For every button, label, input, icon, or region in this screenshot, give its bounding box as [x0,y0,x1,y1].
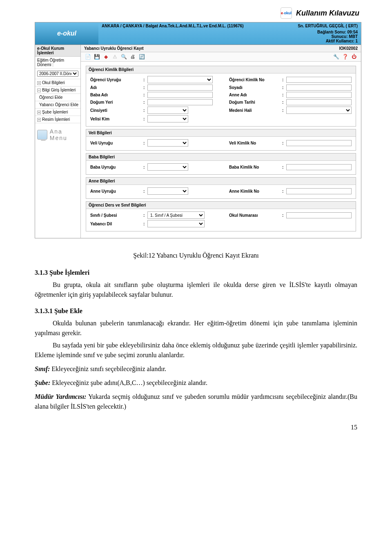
lbl-baba-uyruk: Baba Uyruğu [90,165,143,169]
save-icon[interactable]: 💾 [93,53,100,60]
sidebar-item-okul[interactable]: +Okul Bilgileri [35,79,80,87]
input-dogum-tarihi[interactable] [286,99,352,105]
input-anne-kimlikno[interactable] [286,188,352,194]
lbl-velisi-kim: Velisi Kim [90,117,143,121]
period-select[interactable]: 2006-2007 II.Dönem [37,71,78,77]
sidebar-item-sube[interactable]: +Şube İşlemleri [35,109,80,116]
fieldset-anne: Anne Bilgileri Anne Uyruğu: Anne Kimlik … [86,177,356,199]
fieldset-veli: Veli Bilgileri Veli Uyruğu: Veli Kimlik … [86,129,356,151]
select-anne-uyruk[interactable] [147,187,188,195]
heading-313: 3.1.3 Şube İşlemleri [35,268,357,278]
para-313: Bu grupta, okula ait sınıfların şube olu… [35,280,357,300]
banner-userinfo: Sn. ERTUĞRUL GEÇGİL ( ERT) Bağlantı Sonu… [294,22,361,44]
input-ogrenci-kimlikno[interactable] [286,77,352,83]
select-veli-uyruk[interactable] [147,139,188,147]
ana-menu-link[interactable]: Ana Menu [35,123,80,146]
input-okul-no[interactable] [286,212,352,218]
lbl-dogum-tarihi: Doğum Tarihi [229,100,282,105]
lbl-veli-kimlikno: Veli Kimlik No [229,141,282,145]
select-yabanci-dil[interactable] [147,220,205,227]
lbl-medeni: Medeni Hali [229,108,282,113]
select-cinsiyeti[interactable] [147,107,188,114]
page-title: Yabancı Uyruklu Öğrenci Kayıt [84,46,144,51]
input-soyadi[interactable] [286,85,352,91]
search-icon[interactable]: 🔍 [120,53,127,60]
warn-icon[interactable]: ⚠ [111,53,118,60]
fieldset-baba: Baba Bilgileri Baba Uyruğu: Baba Kimlik … [86,153,356,175]
select-baba-uyruk[interactable] [147,163,188,171]
monitor-icon [37,130,47,140]
lbl-anne-uyruk: Anne Uyruğu [90,189,143,193]
period-label: Eğitim Öğretim Dönemi : [35,57,80,69]
sidebar-item-ogrenci-ekle[interactable]: Öğrenci Ekle [35,94,80,101]
document-body: Şekil:12 Yabancı Uyruklu Öğrenci Kayıt E… [35,251,357,411]
lbl-okul-no: Okul Numarası [229,213,282,218]
lbl-ogrenci-uyruk: Öğrenci Uyruğu [90,78,143,82]
sidebar-item-bilgi[interactable]: −Bilgi Giriş İşlemleri [35,87,80,94]
def-mudur: Müdür Yardımcısı: Yukarda seçmiş olduğun… [35,392,357,411]
sidebar-title: e-Okul Kurum İşlemleri [35,45,80,57]
def-sinif: Sınıf: Ekleyeceğiniz sınıfı seçebileceği… [35,364,357,374]
select-medeni[interactable] [286,107,352,114]
lbl-soyadi: Soyadı [229,85,282,90]
input-veli-kimlikno[interactable] [286,140,352,146]
banner-session: Bağlantı Sonu: 09:54 [298,30,358,34]
banner-active: Aktif Kullanıcı: 1 [298,39,358,43]
lbl-dogum-yeri: Doğum Yeri [90,100,143,105]
banner-server: Sunucu: MBT [298,34,358,39]
select-velisi-kim[interactable] [147,115,188,122]
para-3131b: Bu sayfada yeni bir şube ekleyebilirsini… [35,340,357,360]
help-icon[interactable]: ❓ [341,53,349,60]
page-code: IOK02002 [339,46,358,51]
fieldset-kimlik: Öğrenci Kimlik Bilgileri Öğrenci Uyruğu:… [86,66,356,127]
document-header: e-okul Kullanım Kılavuzu [0,0,392,22]
exit-icon[interactable]: ⏻ [350,53,358,60]
input-baba-kimlikno[interactable] [286,164,352,170]
banner-user: Sn. ERTUĞRUL GEÇGİL ( ERT) [298,24,358,28]
tool-icon[interactable]: 🔧 [332,53,340,60]
sidebar: e-Okul Kurum İşlemleri Eğitim Öğretim Dö… [35,45,81,238]
lbl-yabanci-dil: Yabancı Dil [90,222,143,226]
app-window: e-okul ANKARA / ÇANKAYA / Balgat Ana.Tek… [35,22,361,238]
lbl-baba-adi: Baba Adı [90,93,143,97]
input-adi[interactable] [147,85,213,91]
content-area: Yabancı Uyruklu Öğrenci Kayıt IOK02002 📄… [81,45,361,238]
lbl-veli-uyruk: Veli Uyruğu [90,141,143,145]
toolbar: 📄 💾 ◆ ⚠ 🔍 🖨 🔄 🔧 ❓ ⏻ [81,52,361,62]
lbl-cinsiyeti: Cinsiyeti [90,108,143,113]
document-title: Kullanım Kılavuzu [296,9,359,18]
app-banner: e-okul ANKARA / ÇANKAYA / Balgat Ana.Tek… [35,22,361,45]
figure-caption: Şekil:12 Yabancı Uyruklu Öğrenci Kayıt E… [35,251,357,260]
lbl-anne-adi: Anne Adı [229,93,282,97]
page-number: 15 [0,424,357,431]
fieldset-ders: Öğrenci Ders ve Sınıf Bilgileri Sınıfı /… [86,201,356,231]
new-icon[interactable]: 📄 [84,53,91,60]
heading-3131: 3.1.3.1 Şube Ekle [35,306,357,316]
input-baba-adi[interactable] [147,92,213,98]
refresh-icon[interactable]: 🔄 [138,53,145,60]
lbl-sinif-sube: Sınıfı / Şubesi [90,213,143,218]
lbl-ogrenci-kimlikno: Öğrenci Kimlik No [229,78,282,82]
input-dogum-yeri[interactable] [147,99,213,105]
app-logo: e-okul [35,22,98,44]
print-icon[interactable]: 🖨 [129,53,136,60]
input-anne-adi[interactable] [286,92,352,98]
lbl-anne-kimlikno: Anne Kimlik No [229,189,282,193]
lbl-adi: Adı [90,85,143,90]
delete-icon[interactable]: ◆ [102,53,109,60]
sidebar-item-resim[interactable]: +Resim İşlemleri [35,116,80,123]
def-sube: Şube: Ekleyeceğiniz şube adını(A,B,C…) s… [35,378,357,388]
banner-path: ANKARA / ÇANKAYA / Balgat Ana.Tek.L.And.… [98,22,294,44]
logo-icon: e-okul [281,7,292,19]
sidebar-item-yabanci-ekle[interactable]: Yabancı Öğrenci Ekle [35,101,80,109]
select-ogrenci-uyruk[interactable] [147,76,213,83]
select-sinif-sube[interactable]: 1. Sınıf / A Şubesi [147,211,205,219]
para-3131a: Okulda bulunan şubelerin tanımlanacağı e… [35,318,357,338]
lbl-baba-kimlikno: Baba Kimlik No [229,165,282,169]
